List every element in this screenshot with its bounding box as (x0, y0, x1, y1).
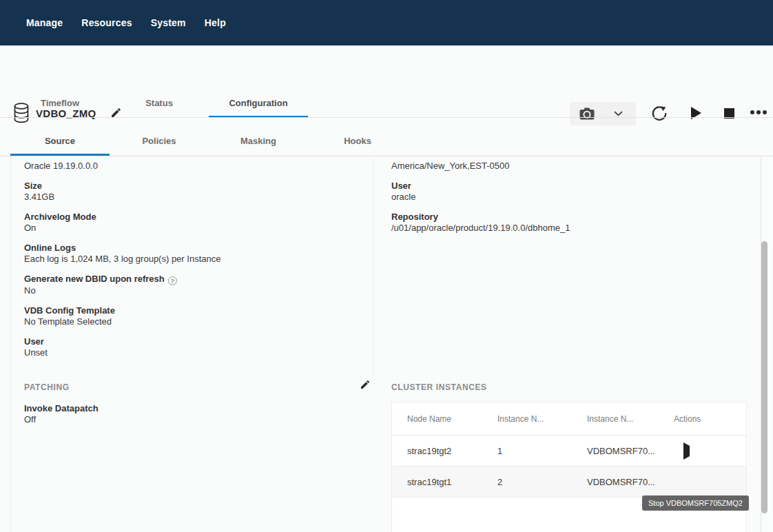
field-user-right: User oracle (391, 181, 736, 203)
nav-manage[interactable]: Manage (26, 17, 63, 28)
subtab-hooks[interactable]: Hooks (308, 128, 407, 156)
config-subtabs: Source Policies Masking Hooks (10, 128, 407, 156)
field-repository: Repository /u01/app/oracle/product/19.19… (391, 212, 736, 234)
nav-resources[interactable]: Resources (81, 17, 132, 28)
title-bar: VDBO_ZMQ (0, 45, 773, 90)
field-size: Size 3.41GB (24, 181, 355, 203)
field-label: VDB Config Template (24, 305, 355, 316)
field-value: Each log is 1,024 MB, 3 log group(s) per… (24, 254, 355, 265)
field-generate-dbid: Generate new DBID upon refresh? No (24, 274, 355, 296)
snapshot-button[interactable] (570, 102, 636, 125)
field-value: No (24, 285, 355, 296)
field-label: Invoke Datapatch (24, 403, 99, 414)
cell-instance-name: VDBOMSRF70... (587, 477, 674, 487)
nav-help[interactable]: Help (205, 17, 226, 28)
subtab-policies[interactable]: Policies (110, 128, 209, 156)
stop-instance-tooltip: Stop VDBOMSRF705ZMQ2 (642, 495, 749, 511)
field-user-left: User Unset (24, 336, 355, 358)
field-value: Oracle 19.19.0.0.0 (24, 161, 355, 172)
field-value: America/New_York,EST-0500 (391, 161, 736, 172)
column-divider (373, 158, 373, 376)
camera-icon (579, 108, 595, 120)
cell-actions (674, 446, 746, 456)
col-actions: Actions (674, 414, 746, 424)
field-label: Repository (391, 212, 736, 223)
nav-system[interactable]: System (151, 17, 186, 28)
help-icon[interactable]: ? (168, 276, 177, 285)
field-value: 3.41GB (24, 192, 355, 203)
field-label: Generate new DBID upon refresh? (24, 274, 355, 285)
more-actions-button[interactable] (748, 109, 769, 116)
app-window: Manage Resources System Help VDBO_ZMQ (0, 0, 773, 532)
field-value: On (24, 223, 355, 234)
col-instance-number: Instance N... (497, 414, 587, 424)
table-row: strac19tgt2 1 VDBOMSRF70... (392, 436, 746, 467)
chevron-down-icon[interactable] (614, 111, 623, 116)
field-timezone: America/New_York,EST-0500 (391, 161, 736, 172)
row-start-icon[interactable] (683, 442, 690, 460)
tab-configuration[interactable]: Configuration (209, 90, 308, 118)
field-label: Online Logs (24, 243, 355, 254)
source-right-column: America/New_York,EST-0500 User oracle Re… (391, 161, 736, 243)
subtab-masking[interactable]: Masking (209, 128, 308, 156)
field-label: User (391, 181, 736, 192)
field-value: /u01/app/oracle/product/19.19.0.0/dbhome… (391, 223, 736, 234)
field-label: Size (24, 181, 355, 192)
field-vdb-config-template: VDB Config Template No Template Selected (24, 305, 355, 327)
field-value: Off (24, 414, 99, 425)
col-node-name: Node Name (407, 414, 497, 424)
subtabs-divider (0, 156, 773, 156)
cell-instance-number: 1 (497, 446, 587, 456)
scrollbar-thumb[interactable] (761, 241, 767, 513)
patching-edit-pencil-icon[interactable] (360, 379, 371, 390)
col-instance-name: Instance N... (587, 414, 674, 424)
tab-timeflow[interactable]: Timeflow (10, 90, 110, 118)
field-value: No Template Selected (24, 316, 355, 327)
start-button[interactable] (688, 105, 703, 121)
subtab-source[interactable]: Source (10, 128, 110, 156)
cluster-instances-table: Node Name Instance N... Instance N... Ac… (391, 402, 747, 532)
field-invoke-datapatch: Invoke Datapatch Off (24, 403, 99, 425)
field-archivelog-mode: Archivelog Mode On (24, 212, 355, 234)
main-tabs: Timeflow Status Configuration (10, 90, 308, 118)
refresh-button[interactable] (650, 103, 669, 123)
table-row: strac19tgt1 2 VDBOMSRF70... (392, 467, 746, 498)
field-label: User (24, 336, 355, 347)
cell-instance-number: 2 (497, 477, 587, 487)
ellipsis-icon (750, 110, 754, 114)
cell-node-name: strac19tgt1 (407, 477, 497, 487)
cluster-instances-section-title: CLUSTER INSTANCES (391, 382, 487, 392)
field-value: Unset (24, 347, 355, 358)
tab-status[interactable]: Status (110, 90, 209, 118)
cell-actions (674, 477, 746, 487)
cell-instance-name: VDBOMSRF70... (587, 446, 674, 456)
field-db-version: Oracle 19.19.0.0.0 (24, 161, 355, 172)
field-online-logs: Online Logs Each log is 1,024 MB, 3 log … (24, 243, 355, 265)
cell-node-name: strac19tgt2 (407, 446, 497, 456)
table-header-row: Node Name Instance N... Instance N... Ac… (392, 402, 746, 436)
content-pane-border (10, 156, 11, 532)
field-label-text: Generate new DBID upon refresh (24, 274, 165, 284)
field-value: oracle (391, 192, 736, 203)
source-left-column: Oracle 19.19.0.0.0 Size 3.41GB Archivelo… (24, 161, 355, 367)
top-nav: Manage Resources System Help (0, 0, 773, 45)
field-label: Archivelog Mode (24, 212, 355, 223)
patching-section-title: PATCHING (24, 382, 70, 392)
tabs-divider (0, 117, 773, 118)
